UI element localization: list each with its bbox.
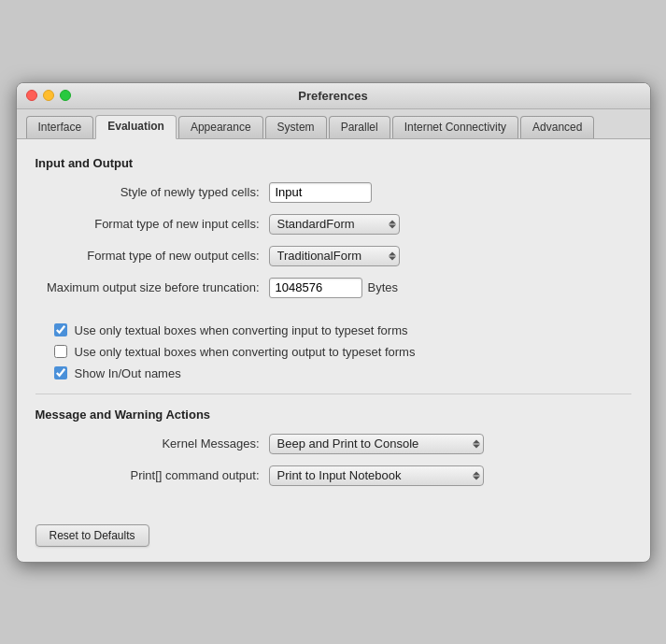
- kernel-messages-select[interactable]: Beep and Print to Console Print to Conso…: [269, 434, 484, 454]
- message-warning-section-title: Message and Warning Actions: [35, 408, 631, 422]
- kernel-messages-label: Kernel Messages:: [35, 436, 269, 451]
- close-button[interactable]: [26, 90, 37, 101]
- format-input-label: Format type of new input cells:: [35, 217, 269, 231]
- checkbox2-row: Use only textual boxes when converting o…: [35, 345, 631, 359]
- tab-interface[interactable]: Interface: [26, 116, 94, 138]
- content-area: Input and Output Style of newly typed ce…: [17, 139, 650, 513]
- format-output-row: Format type of new output cells: Traditi…: [35, 245, 631, 267]
- tab-advanced[interactable]: Advanced: [520, 116, 594, 138]
- kernel-messages-select-wrapper: Beep and Print to Console Print to Conso…: [269, 434, 484, 454]
- max-output-input[interactable]: [269, 278, 362, 298]
- footer: Reset to Defaults: [17, 513, 650, 562]
- section-divider: [35, 394, 631, 394]
- minimize-button[interactable]: [43, 90, 54, 101]
- style-input[interactable]: [269, 182, 372, 203]
- tab-bar: Interface Evaluation Appearance System P…: [17, 109, 650, 139]
- traffic-lights: [26, 90, 71, 101]
- print-command-label: Print[] command output:: [35, 468, 269, 482]
- style-label: Style of newly typed cells:: [35, 185, 269, 199]
- input-output-section-title: Input and Output: [35, 156, 631, 170]
- kernel-messages-row: Kernel Messages: Beep and Print to Conso…: [35, 433, 631, 455]
- style-row: Style of newly typed cells:: [35, 181, 631, 204]
- format-input-row: Format type of new input cells: Standard…: [35, 213, 631, 236]
- checkbox1-input[interactable]: [54, 323, 67, 336]
- print-command-row: Print[] command output: Print to Input N…: [35, 465, 631, 487]
- checkbox3-row: Show In/Out names: [35, 366, 631, 380]
- max-output-stepper: Bytes: [269, 278, 399, 298]
- max-output-label: Maximum output size before truncation:: [35, 280, 269, 294]
- format-input-select-wrapper: StandardForm OutputForm InputForm Tradit…: [269, 214, 400, 235]
- maximize-button[interactable]: [60, 90, 71, 101]
- tab-evaluation[interactable]: Evaluation: [95, 115, 177, 139]
- checkbox2-input[interactable]: [54, 345, 67, 358]
- print-command-select[interactable]: Print to Input Notebook Print to Console…: [269, 465, 484, 486]
- window-title: Preferences: [298, 89, 367, 103]
- checkbox3-label: Show In/Out names: [75, 366, 181, 380]
- bytes-label: Bytes: [368, 280, 399, 294]
- tab-system[interactable]: System: [265, 116, 327, 138]
- max-output-row: Maximum output size before truncation: B…: [35, 277, 631, 299]
- format-output-select[interactable]: TraditionalForm StandardForm OutputForm …: [269, 246, 400, 266]
- print-command-select-wrapper: Print to Input Notebook Print to Console…: [269, 465, 484, 486]
- checkbox1-label: Use only textual boxes when converting i…: [75, 323, 408, 337]
- checkbox2-label: Use only textual boxes when converting o…: [75, 345, 416, 359]
- format-input-select[interactable]: StandardForm OutputForm InputForm Tradit…: [269, 214, 400, 235]
- checkbox3-input[interactable]: [54, 366, 67, 379]
- tab-appearance[interactable]: Appearance: [178, 116, 263, 138]
- tab-parallel[interactable]: Parallel: [329, 116, 390, 138]
- tab-internet-connectivity[interactable]: Internet Connectivity: [392, 116, 518, 138]
- format-output-select-wrapper: TraditionalForm StandardForm OutputForm …: [269, 246, 400, 266]
- format-output-label: Format type of new output cells:: [35, 249, 269, 263]
- preferences-window: Preferences Interface Evaluation Appeara…: [16, 82, 651, 563]
- reset-defaults-button[interactable]: Reset to Defaults: [35, 524, 149, 547]
- title-bar: Preferences: [17, 83, 650, 109]
- checkbox1-row: Use only textual boxes when converting i…: [35, 323, 631, 337]
